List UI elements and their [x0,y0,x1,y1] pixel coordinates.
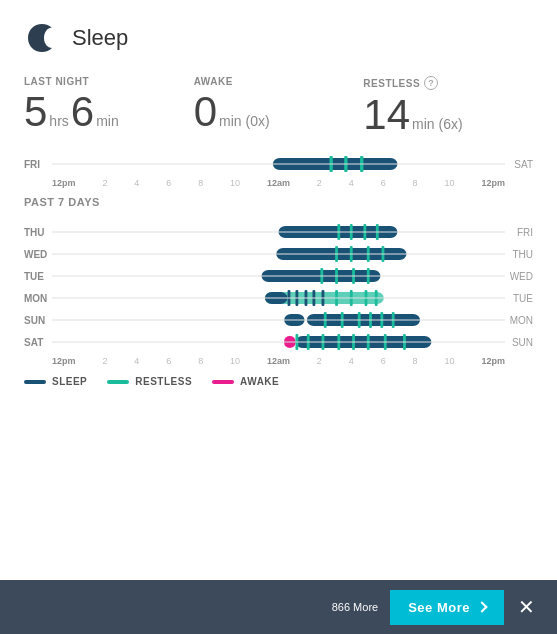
last-night-time-axis: 12pm 2 4 6 8 10 12am 2 4 6 8 10 12pm [24,178,533,188]
last-night-track [52,154,505,174]
see-more-button[interactable]: See More [390,590,504,625]
last-night-stat: LAST NIGHT 5 hrs 6 min [24,76,194,136]
moon-icon [24,20,60,56]
restless-info-icon[interactable]: ? [424,76,438,90]
last-night-value: 5 hrs 6 min [24,91,194,133]
last-night-hours: 5 [24,91,47,133]
past-7-days-title: PAST 7 DAYS [24,196,533,208]
awake-value: 0 min (0x) [194,91,364,133]
more-label: 866 More [332,601,378,613]
restless-unit: min (6x) [412,116,463,132]
sleep-card: Sleep LAST NIGHT 5 hrs 6 min AWAKE 0 min… [0,0,557,580]
chevron-right-icon [476,601,487,612]
last-night-min-unit: min [96,113,119,129]
past-7-time-axis: 12pm 2 4 6 8 10 12am 2 4 6 8 10 12pm [24,356,533,366]
sat-label: SAT [505,159,533,170]
card-header: Sleep [24,20,533,56]
time-labels: 12pm 2 4 6 8 10 12am 2 4 6 8 10 12pm [52,178,505,188]
awake-stat: AWAKE 0 min (0x) [194,76,364,136]
fri-label: FRI [24,159,52,170]
legend-awake: AWAKE [212,376,279,387]
table-row: WED THU [24,244,533,264]
past-7-days-section: THU FRI WED [24,222,533,366]
restless-stat: RESTLESS ? 14 min (6x) [363,76,533,136]
sleep-legend-dot [24,380,46,384]
table-row: TUE WED [24,266,533,286]
footer-bar: 866 More See More ✕ [0,580,557,634]
awake-num: 0 [194,91,217,133]
restless-legend-dot [107,380,129,384]
table-row: MON TUE [24,288,533,308]
last-night-mins: 6 [71,91,94,133]
restless-value: 14 min (6x) [363,94,533,136]
awake-label: AWAKE [194,76,364,87]
awake-unit: min (0x) [219,113,270,129]
see-more-label: See More [408,600,470,615]
table-row: SAT SUN [24,332,533,352]
legend-restless: RESTLESS [107,376,192,387]
legend: SLEEP RESTLESS AWAKE [24,376,533,387]
last-night-label: LAST NIGHT [24,76,194,87]
page-title: Sleep [72,25,128,51]
table-row: THU FRI [24,222,533,242]
last-night-timeline: FRI SAT 12pm 2 4 6 8 [24,154,533,188]
awake-legend-dot [212,380,234,384]
last-night-row: FRI SAT [24,154,533,174]
table-row: SUN MON [24,310,533,330]
last-night-hrs-unit: hrs [49,113,68,129]
legend-sleep: SLEEP [24,376,87,387]
restless-num: 14 [363,94,410,136]
stats-row: LAST NIGHT 5 hrs 6 min AWAKE 0 min (0x) … [24,76,533,136]
restless-label: RESTLESS ? [363,76,533,90]
close-button[interactable]: ✕ [512,591,541,623]
